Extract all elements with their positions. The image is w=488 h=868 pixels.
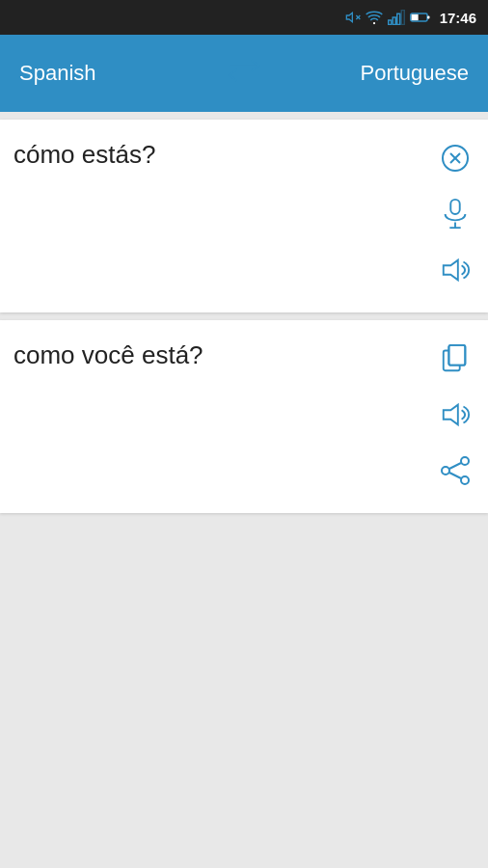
- source-actions: [436, 135, 474, 289]
- svg-point-3: [373, 22, 375, 24]
- toolbar: Spanish Portuguese: [0, 35, 488, 112]
- svg-rect-10: [427, 15, 429, 18]
- svg-marker-23: [444, 405, 458, 425]
- target-card: como você está?: [0, 320, 488, 513]
- wifi-icon: [366, 10, 383, 25]
- status-bar: 17:46: [0, 0, 488, 35]
- clear-icon: [440, 143, 471, 174]
- copy-button[interactable]: [436, 339, 474, 378]
- svg-rect-7: [401, 11, 404, 25]
- source-text[interactable]: cómo estás?: [14, 135, 428, 172]
- svg-marker-0: [346, 13, 352, 21]
- target-actions: [436, 336, 474, 490]
- svg-rect-6: [396, 14, 399, 24]
- status-icons: 17:46: [345, 10, 476, 26]
- target-text: como você está?: [14, 336, 428, 372]
- share-button[interactable]: [436, 451, 474, 490]
- svg-line-27: [449, 463, 461, 469]
- clear-button[interactable]: [436, 139, 474, 177]
- svg-rect-5: [393, 17, 395, 25]
- svg-point-25: [442, 467, 449, 475]
- share-icon: [440, 455, 471, 486]
- microphone-icon: [441, 198, 470, 231]
- svg-point-26: [461, 476, 469, 484]
- source-language[interactable]: Spanish: [19, 61, 218, 86]
- microphone-button[interactable]: [436, 195, 474, 233]
- svg-rect-21: [448, 345, 465, 366]
- target-language[interactable]: Portuguese: [270, 61, 469, 86]
- swap-icon: [228, 58, 260, 83]
- battery-icon: [410, 11, 431, 24]
- source-speaker-button[interactable]: [436, 251, 474, 289]
- mute-icon: [345, 10, 361, 25]
- svg-rect-16: [450, 200, 459, 214]
- svg-point-24: [461, 457, 469, 465]
- status-time: 17:46: [440, 10, 476, 26]
- content-area: cómo estás?: [0, 112, 488, 521]
- source-card: cómo estás?: [0, 120, 488, 312]
- speaker-icon: [440, 256, 471, 285]
- svg-rect-9: [411, 14, 418, 20]
- target-speaker-button[interactable]: [436, 395, 474, 434]
- swap-languages-button[interactable]: [218, 58, 270, 90]
- svg-line-28: [449, 473, 461, 478]
- signal-icon: [388, 10, 405, 25]
- copy-icon: [441, 343, 470, 374]
- svg-marker-19: [444, 260, 458, 281]
- target-speaker-icon: [440, 400, 471, 429]
- svg-rect-4: [388, 20, 391, 25]
